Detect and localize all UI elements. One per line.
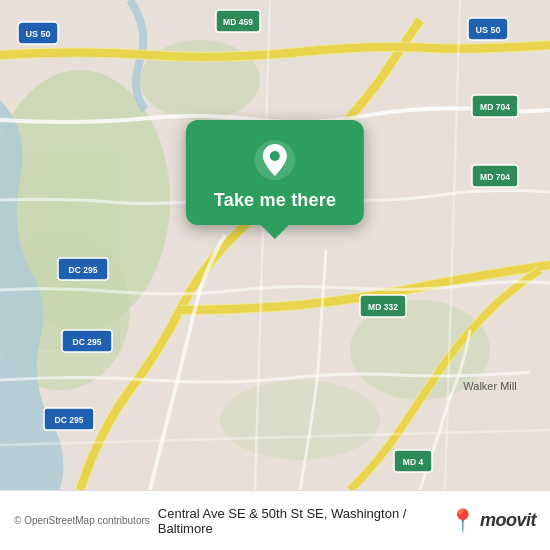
map-background: US 50 US 50 MD 459 MD 704 MD 704 DC 295 … <box>0 0 550 490</box>
svg-text:MD 332: MD 332 <box>368 302 398 312</box>
location-pin-icon <box>253 138 297 182</box>
bottom-bar: © OpenStreetMap contributors Central Ave… <box>0 490 550 550</box>
svg-text:Walker Mill: Walker Mill <box>463 380 516 392</box>
svg-point-32 <box>270 151 280 161</box>
svg-text:MD 4: MD 4 <box>403 457 424 467</box>
svg-text:DC 295: DC 295 <box>69 265 98 275</box>
svg-text:MD 704: MD 704 <box>480 172 510 182</box>
svg-text:DC 295: DC 295 <box>55 415 84 425</box>
svg-text:US 50: US 50 <box>25 29 50 39</box>
moovit-pin-icon: 📍 <box>449 510 476 532</box>
svg-text:MD 704: MD 704 <box>480 102 510 112</box>
take-me-there-button[interactable]: Take me there <box>214 190 336 211</box>
svg-text:US 50: US 50 <box>475 25 500 35</box>
moovit-logo: 📍 moovit <box>449 510 536 532</box>
moovit-wordmark: moovit <box>480 510 536 531</box>
address-label: Central Ave SE & 50th St SE, Washington … <box>158 506 443 536</box>
attribution-text: © OpenStreetMap contributors <box>14 515 150 526</box>
svg-point-6 <box>220 380 380 460</box>
popup-card[interactable]: Take me there <box>186 120 364 225</box>
svg-text:MD 459: MD 459 <box>223 17 253 27</box>
map-container: US 50 US 50 MD 459 MD 704 MD 704 DC 295 … <box>0 0 550 490</box>
svg-text:DC 295: DC 295 <box>73 337 102 347</box>
